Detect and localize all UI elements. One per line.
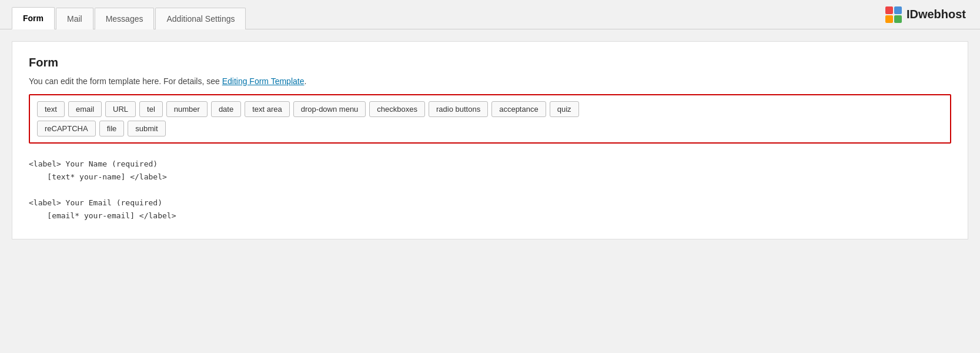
logo-icon	[885, 6, 902, 23]
tab-messages[interactable]: Messages	[95, 8, 155, 29]
tag-btn-recaptcha[interactable]: reCAPTCHA	[37, 121, 96, 136]
tab-mail[interactable]: Mail	[56, 8, 93, 29]
tag-btn-checkboxes[interactable]: checkboxes	[369, 101, 425, 117]
tab-additional-settings[interactable]: Additional Settings	[155, 8, 246, 29]
tab-bar: Form Mail Messages Additional Settings I…	[0, 0, 980, 29]
tag-container: text email URL tel number date text area…	[29, 94, 951, 144]
tag-btn-file[interactable]: file	[99, 121, 125, 136]
tag-btn-text[interactable]: text	[37, 101, 65, 117]
section-description: You can edit the form template here. For…	[29, 76, 951, 86]
editing-form-template-link[interactable]: Editing Form Template	[222, 76, 305, 86]
main-content: Form You can edit the form template here…	[12, 41, 968, 239]
tag-btn-url[interactable]: URL	[105, 101, 136, 117]
code-content: <label> Your Name (required) [text* your…	[29, 158, 951, 222]
tag-row-1: text email URL tel number date text area…	[37, 101, 943, 117]
description-text: You can edit the form template here. For…	[29, 76, 222, 86]
tag-btn-dropdown[interactable]: drop-down menu	[293, 101, 366, 117]
tag-btn-email[interactable]: email	[68, 101, 102, 117]
tag-btn-radio[interactable]: radio buttons	[429, 101, 488, 117]
tab-form[interactable]: Form	[12, 7, 55, 29]
tag-btn-textarea[interactable]: text area	[245, 101, 290, 117]
code-area: <label> Your Name (required) [text* your…	[29, 155, 951, 225]
tag-btn-number[interactable]: number	[166, 101, 208, 117]
tag-row-2: reCAPTCHA file submit	[37, 121, 943, 136]
tag-btn-tel[interactable]: tel	[139, 101, 163, 117]
section-title: Form	[29, 56, 951, 69]
logo-text: IDwebhost	[907, 8, 966, 21]
tag-btn-date[interactable]: date	[211, 101, 241, 117]
tag-btn-submit[interactable]: submit	[128, 121, 165, 136]
tag-btn-acceptance[interactable]: acceptance	[491, 101, 546, 117]
tag-btn-quiz[interactable]: quiz	[550, 101, 579, 117]
page-wrapper: Form Mail Messages Additional Settings I…	[0, 0, 980, 353]
description-period: .	[304, 76, 306, 86]
logo-area: IDwebhost	[885, 6, 966, 23]
